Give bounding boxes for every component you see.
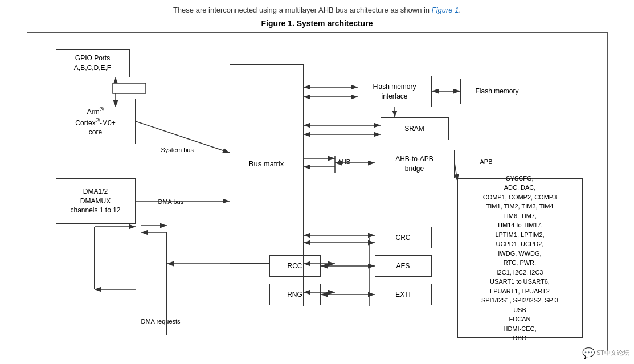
watermark-icon: 💬 (582, 347, 595, 359)
sram-box: SRAM (381, 117, 449, 140)
flash-memory-box: Flash memory (460, 79, 534, 104)
figure-title: Figure 1. System architecture (23, 19, 611, 28)
gpio-box: GPIO Ports A,B,C,D,E,F (56, 49, 130, 77)
peripheral-box: SYSCFG, ADC, DAC, COMP1, COMP2, COMP3 TI… (457, 178, 583, 338)
flash-memory-interface-box: Flash memory interface (358, 76, 432, 107)
exti-box: EXTI (375, 284, 432, 305)
dma-requests-label: DMA requests (141, 318, 181, 325)
system-bus-label: System bus (161, 146, 194, 153)
watermark: 💬 ST中文论坛 (582, 347, 629, 359)
ahb-apb-box: AHB-to-APB bridge (375, 150, 455, 178)
arm-cortex-box: Arm®Cortex®-M0+core (56, 99, 136, 144)
ioport-label: IOPORT (116, 85, 140, 92)
apb-label: APB (480, 158, 493, 165)
system-architecture-diagram: GPIO Ports A,B,C,D,E,F Arm®Cortex®-M0+co… (27, 32, 608, 351)
aes-box: AES (375, 255, 432, 277)
intro-text: These are interconnected using a multila… (23, 6, 611, 14)
ahb-label: AHB (338, 158, 351, 165)
figure1-link[interactable]: Figure 1 (432, 6, 459, 14)
busmatrix-box: Bus matrix (230, 64, 304, 264)
rcc-box: RCC (269, 255, 321, 277)
dma-bus-label: DMA bus (158, 198, 184, 205)
crc-box: CRC (375, 227, 432, 248)
dma-box: DMA1/2 DMAMUX channels 1 to 12 (56, 178, 136, 224)
rng-box: RNG (269, 284, 321, 305)
